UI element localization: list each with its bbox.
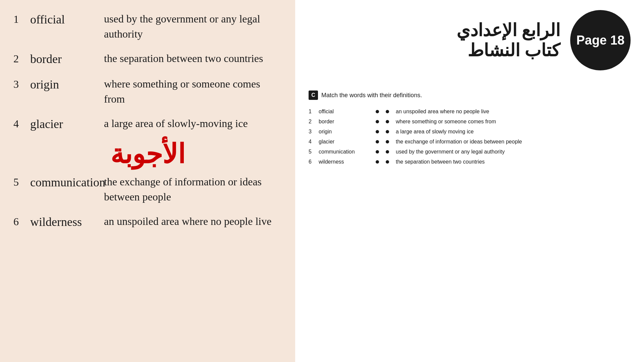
page-circle: Page 18 <box>570 10 631 70</box>
match-definition: a large area of slowly moving ice <box>392 129 631 135</box>
match-row: 4 glacier the exchange of information or… <box>309 137 631 147</box>
vocab-word: communication <box>30 174 104 191</box>
match-definition: the separation between two countries <box>392 159 631 165</box>
match-dot-right <box>386 160 389 164</box>
exercise-instruction: Match the words with their definitions. <box>321 92 422 99</box>
match-word: origin <box>319 129 372 135</box>
vocab-num: 6 <box>13 214 30 229</box>
vocab-row: 1 official used by the government or any… <box>13 7 282 46</box>
match-word: border <box>319 119 372 125</box>
top-right-header: الرابع الإعدادي كتاب النشاط Page 18 <box>309 10 631 70</box>
vocab-def: an unspoiled area where no people live <box>104 214 282 229</box>
match-num: 3 <box>309 129 319 135</box>
match-row: 1 official an unspoiled area where no pe… <box>309 107 631 117</box>
vocab-word: official <box>30 11 104 28</box>
match-num: 4 <box>309 139 319 145</box>
match-dot-right <box>386 120 389 123</box>
match-definition: an unspoiled area where no people live <box>392 109 631 115</box>
exercise-section: C Match the words with their definitions… <box>309 90 631 167</box>
vocab-row: 5 communication the exchange of informat… <box>13 170 282 209</box>
match-word: wilderness <box>319 159 372 165</box>
match-definition: the exchange of information or ideas bet… <box>392 139 631 145</box>
match-dot-left <box>376 160 379 164</box>
match-dot-right <box>386 130 389 133</box>
arabic-title: الرابع الإعدادي كتاب النشاط <box>457 20 560 60</box>
match-num: 5 <box>309 149 319 155</box>
vocab-def: the separation between two countries <box>104 51 282 66</box>
vocab-word: origin <box>30 76 104 93</box>
match-row: 5 communication used by the government o… <box>309 147 631 157</box>
vocab-num: 4 <box>13 116 30 131</box>
match-row: 2 border where something or someone come… <box>309 117 631 127</box>
match-row: 3 origin a large area of slowly moving i… <box>309 127 631 137</box>
match-dot-right <box>386 150 389 154</box>
match-dot-right <box>386 140 389 143</box>
right-panel: الرابع الإعدادي كتاب النشاط Page 18 C Ma… <box>295 0 644 362</box>
arabic-line2: كتاب النشاط <box>457 40 560 60</box>
vocab-word: wilderness <box>30 214 104 230</box>
vocab-num: 3 <box>13 76 30 92</box>
left-panel: 1 official used by the government or any… <box>0 0 295 362</box>
match-word: communication <box>319 149 372 155</box>
vocab-num: 2 <box>13 51 30 66</box>
match-dot-right <box>386 110 389 113</box>
vocab-row: 4 glacier a large area of slowly-moving … <box>13 111 282 137</box>
vocab-word: border <box>30 51 104 67</box>
exercise-header: C Match the words with their definitions… <box>309 90 631 100</box>
match-definition: used by the government or any legal auth… <box>392 149 631 155</box>
match-table: 1 official an unspoiled area where no pe… <box>309 107 631 167</box>
vocab-row: 6 wilderness an unspoiled area where no … <box>13 209 282 235</box>
match-num: 6 <box>309 159 319 165</box>
vocab-def: used by the government or any legal auth… <box>104 11 282 42</box>
match-row: 6 wilderness the separation between two … <box>309 157 631 167</box>
vocab-num: 1 <box>13 11 30 26</box>
vocab-row: 3 origin where something or someone come… <box>13 72 282 111</box>
match-dot-left <box>376 140 379 143</box>
answers-label: الأجوبة <box>13 138 282 170</box>
match-dot-left <box>376 120 379 123</box>
match-dot-left <box>376 150 379 154</box>
exercise-letter-badge: C <box>309 90 318 100</box>
page-number: Page 18 <box>576 33 625 48</box>
vocab-num: 5 <box>13 174 30 189</box>
match-dot-left <box>376 130 379 133</box>
match-word: official <box>319 109 372 115</box>
vocab-word: glacier <box>30 116 104 132</box>
match-dot-left <box>376 110 379 113</box>
match-num: 1 <box>309 109 319 115</box>
arabic-line1: الرابع الإعدادي <box>457 20 560 40</box>
vocab-row: 2 border the separation between two coun… <box>13 46 282 72</box>
vocab-def: a large area of slowly-moving ice <box>104 116 282 131</box>
match-definition: where something or someone comes from <box>392 119 631 125</box>
match-word: glacier <box>319 139 372 145</box>
vocab-def: the exchange of information or ideas bet… <box>104 174 282 204</box>
vocab-def: where something or someone comes from <box>104 76 282 107</box>
match-num: 2 <box>309 119 319 125</box>
